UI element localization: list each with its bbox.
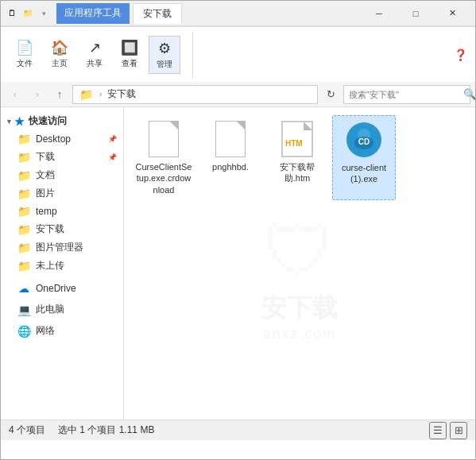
file-item[interactable]: pnghhbd. — [199, 115, 262, 200]
item-count: 4 个项目 — [9, 423, 45, 437]
svg-text:HTM: HTM — [285, 139, 303, 148]
folder-icon: 📁 — [17, 151, 31, 164]
file-item-selected[interactable]: CD curse-client (1).exe — [332, 115, 396, 200]
watermark-text: 安下载 — [261, 291, 338, 326]
file-label: 安下载帮助.htm — [269, 161, 326, 184]
up-button[interactable]: ↑ — [50, 85, 69, 104]
cloud-icon: ☁ — [17, 282, 31, 295]
tab-downloads[interactable]: 安下载 — [133, 3, 182, 24]
sidebar-item-pc[interactable]: 💻 此电脑 — [1, 300, 123, 319]
file-icon — [211, 120, 250, 158]
file-label: CurseClientSetup.exe.crdownload — [135, 161, 192, 195]
share-tab-icon: ↗ — [89, 39, 101, 56]
window-controls: ─ □ ✕ — [361, 1, 470, 26]
star-icon: ★ — [14, 115, 25, 128]
folder-icon: 📁 — [17, 205, 31, 218]
details-view-button[interactable]: ☰ — [429, 422, 447, 439]
status-bar: 4 个项目 选中 1 个项目 1.11 MB ☰ ⊞ — [1, 419, 475, 440]
ribbon-tab-btns: 📄 文件 🏠 主页 ↗ 共享 🔲 查看 ⚙ 管理 — [9, 36, 180, 74]
folder-icon: 📁 — [17, 260, 31, 273]
close-button[interactable]: ✕ — [434, 1, 470, 26]
computer-icon: 💻 — [17, 303, 31, 316]
sidebar-item-onedrive[interactable]: ☁ OneDrive — [1, 280, 123, 297]
path-folder-icon: 📁 — [79, 88, 93, 101]
ribbon-tab-file[interactable]: 📄 文件 — [9, 36, 41, 74]
window-icon: 🗒 — [6, 7, 18, 20]
address-bar: ‹ › ↑ 📁 › 安下载 ↻ 🔍 — [1, 82, 475, 107]
view-tab-icon: 🔲 — [121, 39, 138, 56]
file-icon — [145, 120, 183, 158]
folder-icon: 📁 — [17, 223, 31, 236]
quick-access-arrow: ▾ — [7, 118, 11, 126]
file-label: curse-client (1).exe — [336, 162, 392, 185]
search-button[interactable]: 🔍 — [463, 85, 476, 104]
minimize-button[interactable]: ─ — [361, 1, 397, 26]
sidebar-item-pictures[interactable]: 📁 图片 — [1, 184, 123, 203]
refresh-button[interactable]: ↻ — [321, 85, 340, 104]
ribbon: 📄 文件 🏠 主页 ↗ 共享 🔲 查看 ⚙ 管理 ❓ — [1, 26, 475, 82]
folder-icon: 📁 — [17, 242, 31, 254]
sidebar-item-not-uploaded[interactable]: 📁 未上传 — [1, 257, 123, 275]
ribbon-tab-home[interactable]: 🏠 主页 — [44, 36, 75, 74]
folder-icon: 📁 — [17, 169, 31, 182]
title-bar: 🗒 📁 ▾ 应用程序工具 安下载 ─ □ ✕ — [1, 1, 475, 26]
shield-icon: 🛡 — [261, 216, 338, 288]
forward-button[interactable]: › — [28, 85, 47, 104]
sidebar-item-temp[interactable]: 📁 temp — [1, 203, 123, 220]
ribbon-tab-share[interactable]: ↗ 共享 — [79, 36, 110, 74]
file-label: pnghhbd. — [212, 161, 249, 172]
folder-icon: 📁 — [17, 187, 31, 200]
sidebar-item-pic-manager[interactable]: 📁 图片管理器 — [1, 238, 123, 257]
network-icon: 🌐 — [17, 325, 31, 338]
sidebar: ▾ ★ 快速访问 📁 Desktop 📌 📁 下载 📌 📁 文档 📁 图片 📁 … — [1, 107, 124, 419]
maximize-button[interactable]: □ — [397, 1, 434, 26]
file-item[interactable]: HTM 安下载帮助.htm — [265, 115, 329, 200]
tab-app-tools[interactable]: 应用程序工具 — [56, 3, 130, 24]
watermark-domain: anxz.com — [261, 326, 338, 342]
pin-icon: 📌 — [108, 135, 117, 143]
sidebar-item-network[interactable]: 🌐 网络 — [1, 322, 123, 340]
main-layout: ▾ ★ 快速访问 📁 Desktop 📌 📁 下载 📌 📁 文档 📁 图片 📁 … — [1, 107, 475, 419]
file-icon: HTM — [278, 120, 316, 158]
file-icon: CD — [345, 121, 383, 159]
search-box: 🔍 — [343, 85, 470, 104]
files-grid: CurseClientSetup.exe.crdownload pnghhbd. — [124, 107, 475, 208]
ribbon-tab-manage[interactable]: ⚙ 管理 — [149, 36, 180, 74]
ribbon-help-button[interactable]: ❓ — [454, 48, 467, 61]
sidebar-item-desktop[interactable]: 📁 Desktop 📌 — [1, 130, 123, 148]
file-area[interactable]: 🛡 安下载 anxz.com CurseClientSetup.exe.crdo… — [124, 107, 475, 419]
manage-tab-icon: ⚙ — [158, 40, 171, 57]
address-path[interactable]: 📁 › 安下载 — [72, 85, 318, 104]
file-item[interactable]: CurseClientSetup.exe.crdownload — [132, 115, 195, 200]
pin-icon: 📌 — [108, 153, 117, 161]
selected-info: 选中 1 个项目 1.11 MB — [58, 423, 154, 437]
sidebar-item-downloads[interactable]: 📁 下载 📌 — [1, 148, 123, 166]
svg-text:CD: CD — [358, 137, 370, 146]
title-bar-icons: 🗒 📁 ▾ — [6, 7, 50, 20]
large-icon-view-button[interactable]: ⊞ — [450, 422, 467, 439]
view-toggle: ☰ ⊞ — [429, 422, 467, 439]
sidebar-quick-access[interactable]: ▾ ★ 快速访问 — [1, 112, 123, 130]
sidebar-item-documents[interactable]: 📁 文档 — [1, 166, 123, 184]
watermark: 🛡 安下载 anxz.com — [261, 216, 338, 342]
quick-access-icon: 📁 — [21, 7, 34, 20]
search-input[interactable] — [344, 90, 463, 99]
down-icon: ▾ — [37, 7, 50, 20]
sidebar-item-anxiazai[interactable]: 📁 安下载 — [1, 220, 123, 238]
ribbon-tab-view[interactable]: 🔲 查看 — [114, 36, 145, 74]
file-tab-icon: 📄 — [16, 39, 33, 56]
home-tab-icon: 🏠 — [51, 39, 68, 56]
ribbon-group-tabs: 📄 文件 🏠 主页 ↗ 共享 🔲 查看 ⚙ 管理 — [9, 31, 193, 79]
back-button[interactable]: ‹ — [6, 85, 25, 104]
folder-icon: 📁 — [17, 133, 31, 145]
